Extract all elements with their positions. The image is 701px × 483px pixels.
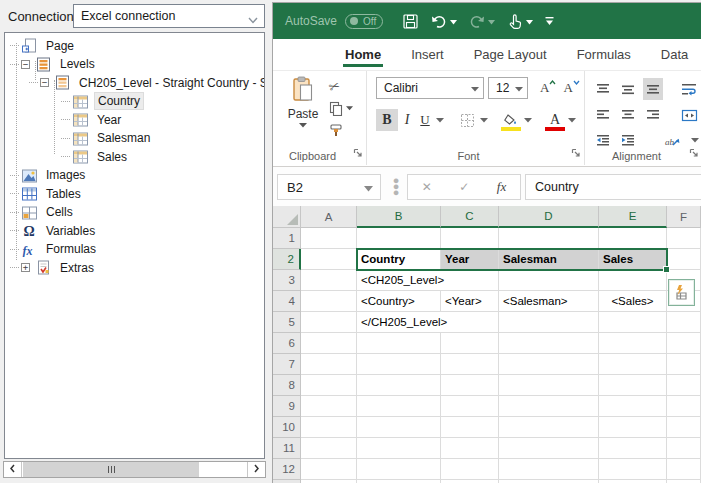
cell-B4[interactable]: <Country> bbox=[357, 291, 441, 312]
cell-F2[interactable] bbox=[667, 249, 701, 270]
bold-button[interactable]: B bbox=[376, 109, 398, 131]
align-middle-button[interactable] bbox=[618, 78, 638, 100]
cell-F10[interactable] bbox=[667, 417, 701, 438]
cell-E10[interactable] bbox=[599, 417, 667, 438]
align-right-button[interactable] bbox=[643, 104, 663, 126]
cell-E2[interactable]: Sales bbox=[599, 249, 667, 270]
cell-A10[interactable] bbox=[301, 417, 357, 438]
cell-B10[interactable] bbox=[357, 417, 441, 438]
cell-F9[interactable] bbox=[667, 396, 701, 417]
tree-item-year[interactable]: Year bbox=[5, 110, 264, 129]
cut-button[interactable]: ✂ bbox=[329, 79, 353, 94]
row-header-10[interactable]: 10 bbox=[273, 417, 301, 438]
font-color-button[interactable]: A bbox=[544, 109, 566, 131]
tree-item-extras[interactable]: +Extras bbox=[5, 258, 264, 277]
cell-B1[interactable] bbox=[357, 228, 441, 249]
tab-page-layout[interactable]: Page Layout bbox=[472, 41, 549, 70]
cell-B6[interactable] bbox=[357, 333, 441, 354]
decrease-font-size-button[interactable]: A bbox=[563, 77, 572, 99]
align-bottom-button[interactable] bbox=[643, 78, 663, 100]
cell-F1[interactable] bbox=[667, 228, 701, 249]
tree-item-formulas[interactable]: fxFormulas bbox=[5, 240, 264, 259]
align-left-button[interactable] bbox=[593, 104, 613, 126]
cell-D4[interactable]: <Salesman> bbox=[499, 291, 599, 312]
cell-D10[interactable] bbox=[499, 417, 599, 438]
cell-E8[interactable] bbox=[599, 375, 667, 396]
name-box[interactable]: B2 bbox=[277, 174, 381, 200]
cell-A12[interactable] bbox=[301, 459, 357, 480]
undo-button[interactable] bbox=[426, 12, 462, 31]
alignment-dialog-launcher[interactable] bbox=[689, 147, 699, 161]
cell-C10[interactable] bbox=[441, 417, 499, 438]
format-painter-button[interactable] bbox=[329, 123, 353, 138]
cell-A8[interactable] bbox=[301, 375, 357, 396]
column-header-C[interactable]: C bbox=[441, 206, 499, 228]
italic-button[interactable]: I bbox=[398, 109, 416, 131]
tree-item-ch205-level-straight-country-sale[interactable]: −CH205_Level - Straight Country - Sale bbox=[5, 73, 264, 92]
tree-item-images[interactable]: Images bbox=[5, 166, 264, 185]
cell-C7[interactable] bbox=[441, 354, 499, 375]
cell-F8[interactable] bbox=[667, 375, 701, 396]
cell-D3[interactable] bbox=[499, 270, 599, 291]
decrease-indent-button[interactable] bbox=[593, 129, 613, 151]
cell-C8[interactable] bbox=[441, 375, 499, 396]
row-header-11[interactable]: 11 bbox=[273, 438, 301, 459]
row-header-4[interactable]: 4 bbox=[273, 291, 301, 312]
cell-B12[interactable] bbox=[357, 459, 441, 480]
cell-E4[interactable]: <Sales> bbox=[599, 291, 667, 312]
column-header-F[interactable]: F bbox=[667, 206, 701, 228]
font-name-select[interactable]: Calibri bbox=[376, 77, 484, 99]
cell-E6[interactable] bbox=[599, 333, 667, 354]
increase-indent-button[interactable] bbox=[618, 129, 638, 151]
tree-horizontal-scrollbar[interactable] bbox=[3, 461, 266, 478]
redo-button[interactable] bbox=[464, 12, 500, 31]
column-header-A[interactable]: A bbox=[301, 206, 357, 228]
row-header-6[interactable]: 6 bbox=[273, 333, 301, 354]
cancel-button[interactable]: ✕ bbox=[422, 180, 432, 194]
align-center-button[interactable] bbox=[618, 104, 638, 126]
tab-home[interactable]: Home bbox=[343, 41, 383, 70]
wrap-text-button[interactable] bbox=[676, 78, 701, 100]
font-size-select[interactable]: 12 bbox=[488, 77, 528, 99]
expand-icon[interactable]: + bbox=[21, 263, 30, 272]
save-button[interactable] bbox=[397, 11, 424, 32]
cell-D9[interactable] bbox=[499, 396, 599, 417]
scrollbar-track[interactable] bbox=[22, 462, 247, 477]
cell-B2[interactable]: Country bbox=[357, 249, 441, 270]
cell-C6[interactable] bbox=[441, 333, 499, 354]
cell-D12[interactable] bbox=[499, 459, 599, 480]
tree-item-levels[interactable]: −Levels bbox=[5, 55, 264, 74]
cell-A11[interactable] bbox=[301, 438, 357, 459]
orientation-button[interactable]: ab bbox=[659, 129, 685, 151]
row-header-2[interactable]: 2 bbox=[273, 249, 301, 270]
cell-E5[interactable] bbox=[599, 312, 667, 333]
cell-D7[interactable] bbox=[499, 354, 599, 375]
tree-item-tables[interactable]: Tables bbox=[5, 184, 264, 203]
column-header-E[interactable]: E bbox=[599, 206, 667, 228]
cell-F5[interactable] bbox=[667, 312, 701, 333]
autosave-toggle[interactable]: Off bbox=[345, 14, 383, 29]
cell-B8[interactable] bbox=[357, 375, 441, 396]
paste-button[interactable]: Paste bbox=[281, 76, 325, 146]
tree-item-sales[interactable]: Sales bbox=[5, 147, 264, 166]
row-header-5[interactable]: 5 bbox=[273, 312, 301, 333]
enter-button[interactable]: ✓ bbox=[459, 180, 469, 194]
cell-A1[interactable] bbox=[301, 228, 357, 249]
cell-E1[interactable] bbox=[599, 228, 667, 249]
cell-A4[interactable] bbox=[301, 291, 357, 312]
connection-select[interactable]: Excel connection bbox=[73, 4, 265, 28]
scrollbar-thumb[interactable] bbox=[23, 462, 199, 477]
borders-caret[interactable] bbox=[478, 109, 490, 131]
column-header-B[interactable]: B bbox=[357, 206, 441, 228]
row-header-12[interactable]: 12 bbox=[273, 459, 301, 480]
underline-options-caret[interactable] bbox=[434, 109, 446, 131]
tree-item-page[interactable]: Page bbox=[5, 36, 264, 55]
select-all-corner[interactable] bbox=[273, 206, 301, 228]
font-dialog-launcher[interactable] bbox=[571, 147, 581, 161]
formula-bar-input[interactable]: Country bbox=[525, 174, 701, 200]
cell-A7[interactable] bbox=[301, 354, 357, 375]
worksheet-grid[interactable]: ABCDEF12CountryYearSalesmanSales3<CH205_… bbox=[273, 206, 701, 483]
cell-D11[interactable] bbox=[499, 438, 599, 459]
cell-E11[interactable] bbox=[599, 438, 667, 459]
tree-item-country[interactable]: Country bbox=[5, 92, 264, 111]
